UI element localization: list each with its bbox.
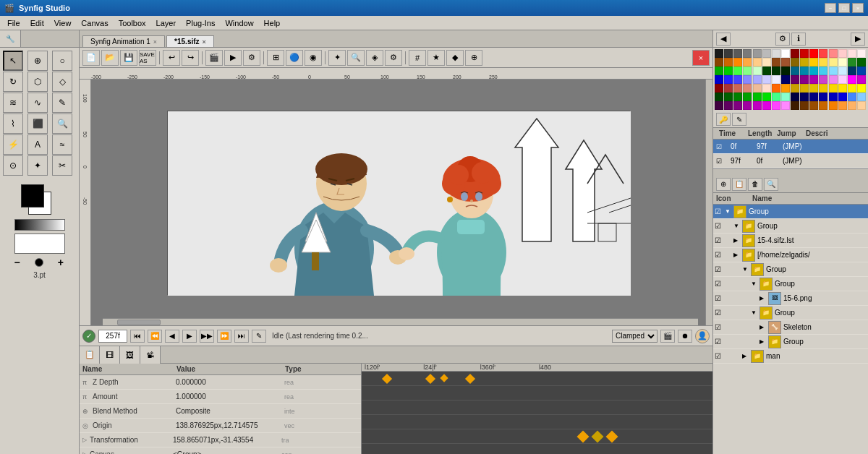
- palette-cell-105[interactable]: [800, 101, 809, 110]
- tool-feather[interactable]: ≋: [3, 93, 23, 113]
- palette-cell-27[interactable]: [819, 58, 827, 67]
- canvas-hscroll[interactable]: [103, 318, 698, 325]
- layer-expand-8[interactable]: ▼: [751, 309, 760, 316]
- palette-cell-19[interactable]: [743, 58, 752, 67]
- palette-cell-55[interactable]: [781, 75, 790, 84]
- layer-expand-2[interactable]: ▼: [733, 223, 742, 229]
- layer-expand-1[interactable]: ▼: [725, 208, 733, 215]
- layers-tb-del[interactable]: 🗑: [748, 178, 762, 191]
- prop-zdepth[interactable]: π Z Depth 0.000000 rea: [80, 375, 361, 390]
- keyframe-1b[interactable]: [425, 374, 435, 384]
- layer-row-group-10[interactable]: ☑ ▶ 📁 Group: [713, 335, 868, 349]
- layer-row-group-5[interactable]: ☑ ▼ 📁 Group: [713, 262, 868, 277]
- palette-cell-18[interactable]: [733, 58, 742, 67]
- palette-cell-86[interactable]: [772, 93, 780, 101]
- minimize-button[interactable]: −: [825, 3, 836, 13]
- prop-canvas[interactable]: ▷ Canvas <Group> can: [80, 447, 361, 454]
- menu-canvas[interactable]: Canvas: [77, 17, 112, 29]
- menu-toolbox[interactable]: Toolbox: [114, 17, 150, 29]
- tool-cut[interactable]: ✂: [52, 155, 72, 176]
- palette-cell-65[interactable]: [724, 84, 733, 93]
- palette-cell-13[interactable]: [838, 49, 847, 58]
- tb-preview[interactable]: ▶: [224, 50, 242, 66]
- tool-eyedropper[interactable]: 🔍: [52, 113, 72, 134]
- tool-pencil[interactable]: ✎: [52, 93, 72, 113]
- palette-cell-0[interactable]: [715, 49, 723, 58]
- canvas-vscroll[interactable]: [705, 80, 712, 325]
- layers-tb-search[interactable]: 🔍: [764, 178, 778, 191]
- menu-window[interactable]: Window: [221, 17, 258, 29]
- prop-blend[interactable]: ⊕ Blend Method Composite inte: [80, 404, 361, 419]
- palette-cell-39[interactable]: [781, 67, 790, 75]
- palette-cell-28[interactable]: [829, 58, 838, 67]
- timeline-tab-canvases[interactable]: 📽: [140, 346, 161, 364]
- layers-tb-dup[interactable]: 📋: [732, 178, 746, 191]
- palette-cell-37[interactable]: [762, 67, 771, 75]
- palette-cell-48[interactable]: [715, 75, 723, 84]
- tb-misc1[interactable]: ◈: [366, 50, 383, 66]
- layer-row-group-8[interactable]: ☑ ▼ 📁 Group: [713, 306, 868, 320]
- tool-bline[interactable]: ∿: [27, 93, 48, 113]
- status-dropdown[interactable]: Clamped Loop Bounce: [612, 330, 658, 343]
- palette-cell-49[interactable]: [724, 75, 733, 84]
- palette-cell-96[interactable]: [715, 101, 723, 110]
- layer-expand-6[interactable]: ▼: [751, 280, 760, 287]
- layer-check-9[interactable]: ☑: [715, 323, 725, 331]
- layer-expand-5[interactable]: ▼: [742, 266, 751, 273]
- plus-button[interactable]: +: [58, 257, 64, 268]
- palette-cell-106[interactable]: [809, 101, 818, 110]
- layer-row-group-6[interactable]: ☑ ▼ 📁 Group: [713, 277, 868, 291]
- palette-cell-50[interactable]: [733, 75, 742, 84]
- palette-cell-62[interactable]: [848, 75, 856, 84]
- palette-cell-30[interactable]: [848, 58, 856, 67]
- palette-cell-51[interactable]: [743, 75, 752, 84]
- layer-check-8[interactable]: ☑: [715, 309, 725, 317]
- palette-cell-66[interactable]: [733, 84, 742, 93]
- frame-fwd[interactable]: ⏩: [217, 330, 231, 343]
- tool-star[interactable]: ✦: [27, 155, 48, 176]
- layer-check-6[interactable]: ☑: [715, 280, 725, 288]
- palette-cell-44[interactable]: [829, 67, 838, 75]
- palette-cell-77[interactable]: [838, 84, 847, 93]
- layer-expand-4[interactable]: ▶: [733, 252, 742, 258]
- palette-cell-54[interactable]: [772, 75, 780, 84]
- layer-expand-3[interactable]: ▶: [733, 237, 742, 244]
- layer-expand-11[interactable]: ▶: [742, 353, 751, 359]
- palette-cell-100[interactable]: [753, 101, 762, 110]
- palette-cell-82[interactable]: [733, 93, 742, 101]
- palette-cell-98[interactable]: [733, 101, 742, 110]
- palette-cell-12[interactable]: [829, 49, 838, 58]
- palette-cell-42[interactable]: [809, 67, 818, 75]
- layer-row-png[interactable]: ☑ ▶ 🖼 15-6.png: [713, 291, 868, 306]
- palette-cell-60[interactable]: [829, 75, 838, 84]
- menu-layer[interactable]: Layer: [152, 17, 181, 29]
- menu-file[interactable]: File: [3, 17, 25, 29]
- frame-prev[interactable]: ◀: [165, 330, 179, 343]
- tb-transform[interactable]: ✦: [328, 50, 346, 66]
- tb-close-canvas[interactable]: ×: [692, 50, 710, 66]
- palette-cell-46[interactable]: [848, 67, 856, 75]
- palette-cell-45[interactable]: [838, 67, 847, 75]
- palette-cell-87[interactable]: [781, 93, 790, 101]
- layer-check-2[interactable]: ☑: [715, 222, 725, 230]
- keyframe-1d[interactable]: [465, 374, 475, 384]
- tb-open[interactable]: 📂: [101, 50, 119, 66]
- dot-button[interactable]: [35, 258, 43, 267]
- tb-save[interactable]: 💾: [120, 50, 137, 66]
- frame-next[interactable]: ▶▶: [200, 330, 214, 343]
- layer-row-group-main[interactable]: ☑ ▼ 📁 Group: [713, 205, 868, 219]
- palette-cell-64[interactable]: [715, 84, 723, 93]
- palette-cell-107[interactable]: [819, 101, 827, 110]
- wp-check-1[interactable]: ☑: [716, 143, 728, 150]
- tb-new[interactable]: 📄: [82, 50, 100, 66]
- tb-misc3[interactable]: ⊕: [465, 50, 482, 66]
- tb-snap[interactable]: 🔵: [286, 50, 303, 66]
- palette-cell-58[interactable]: [809, 75, 818, 84]
- tb-grid[interactable]: ⊞: [267, 50, 284, 66]
- layer-check-7[interactable]: ☑: [715, 294, 725, 302]
- tb-diamond2[interactable]: ◆: [446, 50, 464, 66]
- palette-cell-31[interactable]: [857, 58, 866, 67]
- palette-cell-93[interactable]: [838, 93, 847, 101]
- palette-cell-73[interactable]: [800, 84, 809, 93]
- layer-check-1[interactable]: ☑: [715, 207, 725, 215]
